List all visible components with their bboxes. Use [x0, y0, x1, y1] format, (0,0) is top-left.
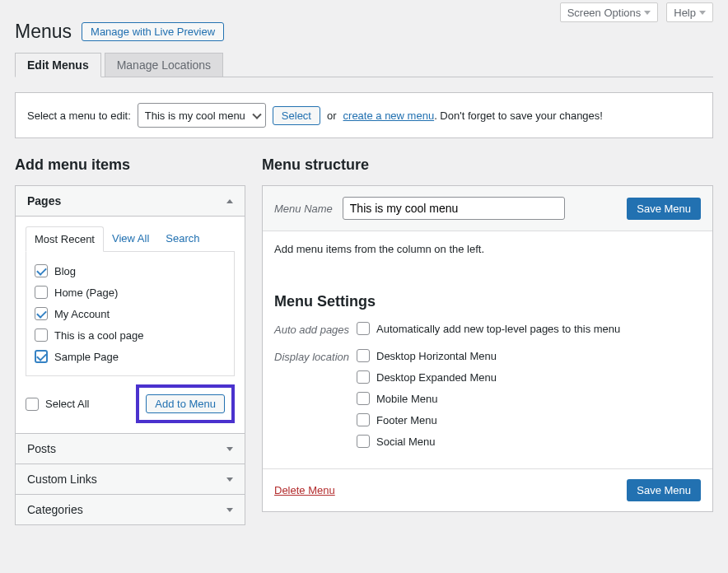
subtab-view-all[interactable]: View All [104, 226, 157, 251]
add-items-title: Add menu items [15, 156, 245, 174]
page-title: Menus [15, 21, 72, 43]
menu-structure-title: Menu structure [262, 156, 713, 174]
chevron-down-icon [252, 110, 261, 119]
chevron-down-icon [699, 11, 706, 15]
page-item[interactable]: Blog [35, 260, 226, 282]
add-to-menu-highlight: Add to Menu [136, 384, 235, 423]
live-preview-button[interactable]: Manage with Live Preview [82, 22, 224, 41]
checkbox-loc-desktop-horizontal[interactable] [357, 349, 370, 362]
panel-categories-head[interactable]: Categories [16, 495, 245, 524]
checkbox-loc-footer[interactable] [357, 413, 370, 426]
checkbox-sample-page[interactable] [35, 350, 48, 363]
menu-settings-title: Menu Settings [274, 293, 701, 310]
select-menu-label: Select a menu to edit: [27, 109, 131, 122]
checkbox-my-account[interactable] [35, 307, 48, 320]
page-item[interactable]: Sample Page [35, 346, 226, 367]
checkbox-auto-add[interactable] [357, 322, 370, 335]
page-item[interactable]: This is a cool page [35, 324, 226, 346]
panel-categories-label: Categories [27, 503, 83, 516]
checkbox-select-all[interactable] [26, 398, 39, 411]
checkbox-loc-desktop-expanded[interactable] [357, 370, 370, 384]
location-option: Social Menu [376, 436, 436, 448]
menu-select-dropdown[interactable]: This is my cool menu [138, 103, 266, 128]
page-label: This is a cool page [54, 329, 143, 342]
checkbox-cool-page[interactable] [35, 328, 48, 342]
subtab-search[interactable]: Search [157, 226, 208, 251]
help-button[interactable]: Help [666, 2, 713, 22]
chevron-up-icon [226, 199, 233, 203]
auto-add-option: Automatically add new top-level pages to… [376, 323, 620, 335]
panel-pages-label: Pages [27, 194, 61, 207]
location-option: Footer Menu [376, 414, 437, 426]
chevron-down-icon [226, 478, 233, 482]
or-text: or [327, 109, 337, 122]
save-menu-button-top[interactable]: Save Menu [627, 198, 701, 220]
page-item[interactable]: Home (Page) [35, 282, 226, 303]
chevron-down-icon [644, 11, 651, 15]
page-label: Home (Page) [54, 286, 118, 299]
screen-options-label: Screen Options [567, 7, 642, 19]
checkbox-loc-social[interactable] [357, 435, 370, 448]
menu-select-value: This is my cool menu [145, 109, 245, 122]
auto-add-label: Auto add pages [274, 322, 357, 336]
screen-options-button[interactable]: Screen Options [560, 2, 659, 22]
location-option: Mobile Menu [376, 393, 437, 405]
panel-posts-head[interactable]: Posts [16, 434, 245, 464]
delete-menu-link[interactable]: Delete Menu [274, 484, 335, 496]
page-label: Blog [54, 265, 76, 277]
menu-body-hint: Add menu items from the column on the le… [274, 243, 484, 255]
create-menu-link[interactable]: create a new menu [343, 109, 435, 122]
tab-manage-locations[interactable]: Manage Locations [105, 53, 223, 77]
select-button[interactable]: Select [273, 106, 320, 125]
tab-edit-menus[interactable]: Edit Menus [15, 53, 101, 77]
page-label: Sample Page [54, 351, 119, 363]
checkbox-loc-mobile[interactable] [357, 392, 370, 405]
panel-custom-links-head[interactable]: Custom Links [16, 464, 245, 495]
page-item[interactable]: My Account [35, 303, 226, 324]
chevron-down-icon [226, 447, 233, 451]
menu-name-input[interactable] [343, 197, 565, 220]
chevron-down-icon [226, 508, 233, 512]
save-menu-button-bottom[interactable]: Save Menu [627, 479, 701, 501]
panel-pages-head[interactable]: Pages [16, 186, 245, 217]
page-label: My Account [54, 308, 110, 320]
subtab-most-recent[interactable]: Most Recent [26, 226, 104, 252]
help-label: Help [674, 7, 696, 19]
menu-name-label: Menu Name [274, 203, 333, 215]
select-all-label: Select All [45, 398, 89, 410]
location-option: Desktop Horizontal Menu [376, 350, 497, 362]
checkbox-home[interactable] [35, 286, 48, 299]
panel-custom-links-label: Custom Links [27, 473, 97, 486]
reminder-text: . Don't forget to save your changes! [434, 109, 603, 122]
display-location-label: Display location [274, 349, 357, 452]
checkbox-blog[interactable] [35, 264, 48, 277]
add-to-menu-button[interactable]: Add to Menu [146, 394, 225, 413]
location-option: Desktop Expanded Menu [376, 371, 497, 384]
panel-posts-label: Posts [27, 442, 56, 455]
